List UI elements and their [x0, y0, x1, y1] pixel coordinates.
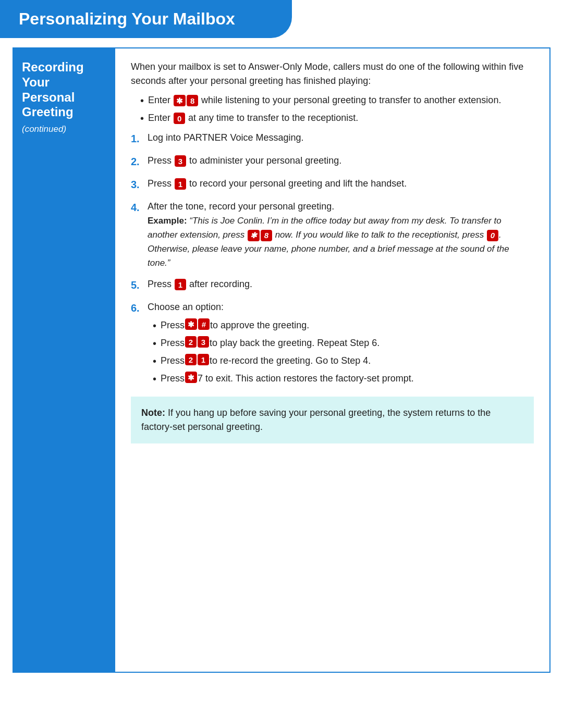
- intro-bullet-2: Enter 0 at any time to transfer to the r…: [140, 111, 534, 126]
- key-3: 3: [175, 155, 186, 167]
- step-6-bullet-2: Press 23 to play back the greeting. Repe…: [153, 336, 534, 351]
- header-banner: Personalizing Your Mailbox: [0, 0, 292, 38]
- sidebar: RecordingYourPersonalGreeting (continued…: [14, 48, 115, 672]
- key-star-approve: ✱: [185, 318, 197, 330]
- sidebar-title: RecordingYourPersonalGreeting: [22, 60, 84, 120]
- step-6-bullet-1: Press ✱# to approve the greeting.: [153, 318, 534, 333]
- example-block: Example: “This is Joe Conlin. I’m in the…: [148, 216, 509, 268]
- key-2-play: 2: [185, 336, 197, 348]
- step-6-bullet-4: Press ✱7 to exit. This action restores t…: [153, 372, 534, 386]
- step-3-num: 3.: [131, 177, 145, 192]
- key-1-step3: 1: [175, 178, 186, 190]
- step-6-bullet-3: Press 21 to re-record the greeting. Go t…: [153, 354, 534, 368]
- step-2-num: 2.: [131, 154, 145, 169]
- key-1-step5: 1: [175, 279, 186, 290]
- step-6-num: 6.: [131, 300, 145, 316]
- steps-list: 1. Log into PARTNER Voice Messaging. 2. …: [131, 131, 534, 389]
- step-2-content: Press 3 to administer your personal gree…: [148, 154, 534, 168]
- key-3-play: 3: [198, 336, 209, 348]
- key-0-ex: 0: [487, 230, 498, 241]
- intro-bullet-list: Enter ✱8 while listening to your persona…: [140, 93, 534, 126]
- step-5-num: 5.: [131, 277, 145, 293]
- key-0: 0: [174, 113, 185, 124]
- step-3-content: Press 1 to record your personal greeting…: [148, 177, 534, 191]
- step-4-num: 4.: [131, 200, 145, 215]
- key-star-exit: ✱: [185, 372, 197, 383]
- key-star: ✱: [174, 95, 186, 106]
- intro-bullet-1: Enter ✱8 while listening to your persona…: [140, 93, 534, 108]
- step-6: 6. Choose an option: Press ✱# to approve…: [131, 300, 534, 389]
- intro-paragraph: When your mailbox is set to Answer-Only …: [131, 60, 534, 88]
- step-6-content: Choose an option: Press ✱# to approve th…: [148, 300, 534, 389]
- step-5: 5. Press 1 after recording.: [131, 277, 534, 293]
- page-title: Personalizing Your Mailbox: [19, 9, 235, 28]
- step-4-content: After the tone, record your personal gre…: [148, 200, 534, 270]
- sidebar-continued: (continued): [22, 124, 66, 134]
- step-6-bullets: Press ✱# to approve the greeting. Press …: [153, 318, 534, 386]
- step-5-content: Press 1 after recording.: [148, 277, 534, 291]
- step-3: 3. Press 1 to record your personal greet…: [131, 177, 534, 192]
- step-4: 4. After the tone, record your personal …: [131, 200, 534, 270]
- key-2-record: 2: [185, 354, 197, 365]
- main-content: RecordingYourPersonalGreeting (continued…: [13, 47, 550, 673]
- page: Personalizing Your Mailbox RecordingYour…: [0, 0, 563, 728]
- step-1-num: 1.: [131, 131, 145, 146]
- key-star-ex: ✱: [248, 230, 260, 241]
- key-1-record: 1: [198, 354, 209, 365]
- key-8-ex: 8: [261, 230, 272, 241]
- step-2: 2. Press 3 to administer your personal g…: [131, 154, 534, 169]
- note-label: Note:: [141, 408, 165, 418]
- step-1-content: Log into PARTNER Voice Messaging.: [148, 131, 534, 145]
- content-area: When your mailbox is set to Answer-Only …: [115, 48, 549, 672]
- key-hash: #: [198, 318, 210, 330]
- note-box: Note: If you hang up before saving your …: [131, 397, 534, 443]
- example-label: Example:: [148, 216, 187, 226]
- note-text: If you hang up before saving your person…: [141, 408, 491, 432]
- key-8: 8: [187, 95, 198, 106]
- step-1: 1. Log into PARTNER Voice Messaging.: [131, 131, 534, 146]
